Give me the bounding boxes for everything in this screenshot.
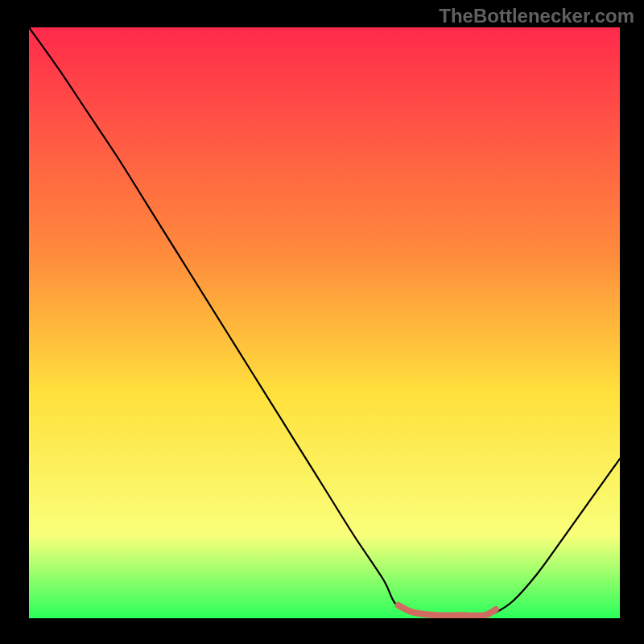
watermark-text: TheBottlenecker.com [439, 5, 634, 27]
plot-area [29, 27, 620, 618]
chart-svg [29, 27, 620, 618]
chart-container: TheBottlenecker.com [0, 0, 644, 644]
gradient-background [29, 27, 620, 618]
